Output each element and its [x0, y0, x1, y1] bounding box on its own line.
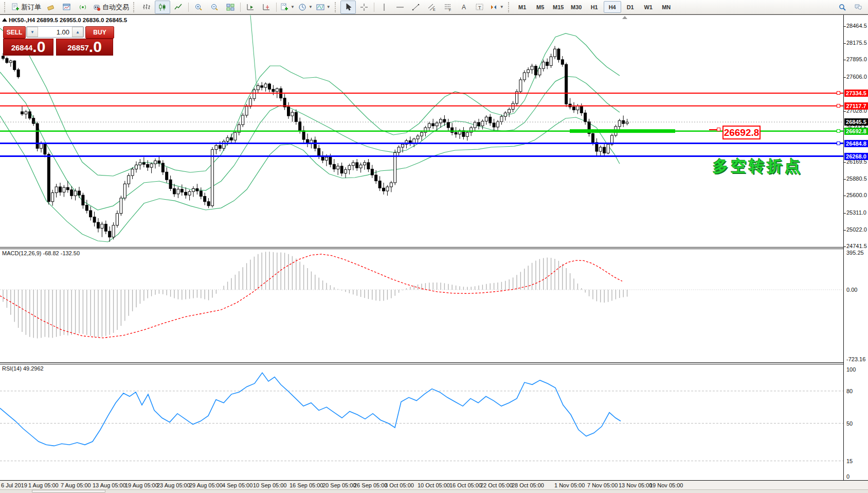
- candle: [230, 138, 233, 140]
- candle: [573, 107, 575, 110]
- buy-price[interactable]: 26857.0: [56, 39, 113, 56]
- candle: [345, 170, 347, 173]
- candle: [599, 147, 602, 151]
- axis-tick: [844, 230, 846, 231]
- candle: [123, 184, 126, 198]
- axis-tick-label: 24741.5: [846, 243, 867, 249]
- candle: [371, 169, 373, 175]
- one-click-trade-panel: SELL ▼ 1.00 ▲ BUY 26844.0 26857.0: [3, 24, 113, 56]
- pane-splitter[interactable]: [0, 362, 868, 364]
- date-label: 7 Nov 05:00: [587, 482, 618, 488]
- date-label: 4 Sep 05:00: [222, 482, 252, 488]
- candle: [245, 107, 248, 115]
- candle: [17, 69, 20, 77]
- chat-button[interactable]: [851, 1, 866, 14]
- candle: [329, 157, 332, 165]
- axis-tick-label: 28464.5: [846, 23, 867, 29]
- candle: [390, 183, 392, 187]
- sell-button[interactable]: SELL: [3, 26, 26, 39]
- rsi-axis-label: 100: [846, 366, 856, 373]
- candle: [112, 225, 115, 237]
- date-label: 20 Sep 05:00: [322, 482, 356, 488]
- buy-button[interactable]: BUY: [85, 26, 114, 39]
- candle: [223, 142, 225, 149]
- date-label: 1 Aug 05:00: [28, 482, 59, 488]
- candle: [352, 163, 354, 166]
- candle: [436, 123, 438, 126]
- thick-level-segment[interactable]: [570, 129, 675, 133]
- sell-price[interactable]: 26844.0: [3, 39, 53, 56]
- candle: [428, 124, 430, 128]
- candle: [166, 172, 168, 180]
- volume-down-button[interactable]: ▼: [27, 27, 38, 37]
- candle: [394, 152, 396, 183]
- candle: [78, 191, 81, 195]
- level-callout[interactable]: 26692.8: [722, 126, 761, 139]
- candle: [383, 188, 385, 191]
- candle: [66, 187, 69, 190]
- candle: [497, 122, 499, 127]
- chart-canvas[interactable]: [0, 0, 843, 493]
- candle: [299, 122, 301, 131]
- candle: [82, 195, 84, 205]
- candle: [618, 120, 621, 126]
- pane-splitter[interactable]: [0, 247, 868, 249]
- time-axis[interactable]: 6 Jul 20191 Aug 05:007 Aug 05:0013 Aug 0…: [0, 480, 868, 489]
- price-level-badge: 26268.0: [844, 153, 868, 160]
- bottom-strip: [0, 489, 868, 493]
- candle: [580, 106, 583, 113]
- line-handle[interactable]: [837, 104, 840, 108]
- candle: [295, 112, 297, 121]
- candle: [272, 89, 275, 92]
- candle: [542, 62, 545, 68]
- volume-stepper[interactable]: ▼ 1.00 ▲: [26, 26, 84, 38]
- candle: [36, 124, 39, 148]
- candle: [367, 163, 370, 169]
- axis-tick-label: 25311.0: [846, 209, 866, 216]
- candle: [131, 169, 134, 176]
- axis-tick: [844, 162, 846, 163]
- candle: [557, 49, 560, 60]
- candle: [535, 66, 537, 75]
- candle: [9, 61, 12, 62]
- candle: [104, 224, 107, 231]
- date-label: 28 Oct 05:00: [512, 482, 544, 488]
- chart-scroll-marker-icon[interactable]: [622, 16, 627, 19]
- bollinger-lower: [0, 116, 620, 242]
- date-label: 1 Nov 05:00: [554, 482, 585, 488]
- candle: [28, 112, 31, 118]
- turning-point-annotation[interactable]: 多空转折点: [713, 156, 803, 177]
- callout-handle[interactable]: [717, 128, 720, 131]
- trendline-object[interactable]: [250, 15, 257, 87]
- volume-up-button[interactable]: ▲: [72, 27, 83, 37]
- price-axis[interactable]: 28464.528175.527895.027606.027028.026743…: [843, 15, 868, 480]
- line-handle[interactable]: [837, 142, 840, 145]
- candle: [207, 202, 210, 206]
- candle: [154, 161, 157, 164]
- candle: [268, 84, 271, 89]
- candle: [32, 118, 35, 124]
- date-label: 13 Aug 05:00: [93, 482, 126, 488]
- buy-price-frac: .0: [89, 39, 102, 55]
- candle: [397, 147, 400, 152]
- candle: [249, 99, 252, 107]
- line-handle[interactable]: [837, 91, 840, 95]
- candle: [519, 80, 522, 92]
- candle: [466, 132, 468, 136]
- volume-input[interactable]: 1.00: [38, 27, 72, 37]
- candle: [257, 85, 259, 90]
- candle: [180, 189, 183, 192]
- candle: [478, 122, 480, 126]
- candle: [500, 116, 503, 121]
- candle: [561, 60, 564, 64]
- candle: [85, 205, 88, 210]
- candle: [413, 139, 415, 143]
- date-label: 3 Oct 05:00: [385, 482, 414, 488]
- date-label: 19 Aug 05:00: [125, 482, 158, 488]
- sell-price-frac: .0: [32, 39, 45, 55]
- horizontal-scrollbar[interactable]: [32, 490, 105, 492]
- candle: [417, 136, 419, 139]
- candle: [234, 132, 237, 140]
- line-handle[interactable]: [837, 129, 840, 133]
- candle: [196, 188, 198, 191]
